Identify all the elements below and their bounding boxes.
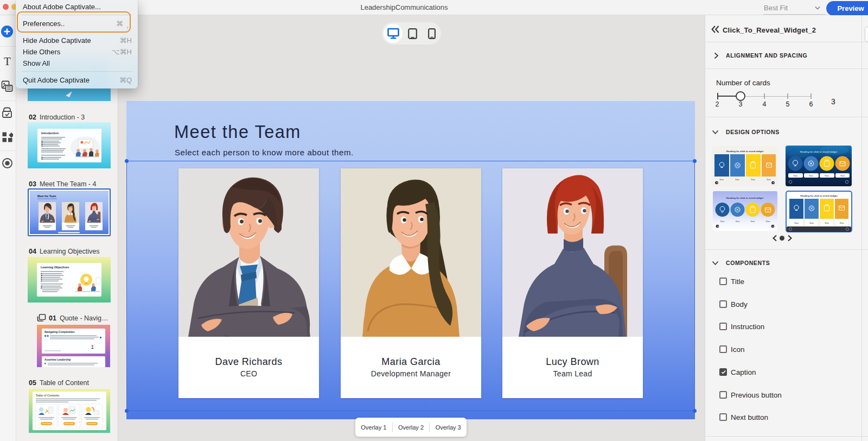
svg-text:Table of Contents: Table of Contents [36, 394, 60, 397]
svg-text:Show: Show [840, 222, 844, 224]
svg-text:Show: Show [825, 222, 829, 224]
svg-text:Show: Show [767, 179, 771, 181]
svg-text:Learn more: Learn more [42, 423, 51, 425]
svg-text:Show: Show [719, 179, 724, 181]
svg-text:Assertive Leadership: Assertive Leadership [44, 358, 71, 361]
svg-text:Learning Objectives: Learning Objectives [41, 266, 69, 269]
svg-text:Introduction: Introduction [41, 131, 59, 135]
svg-text:Learn more: Learn more [87, 423, 97, 425]
svg-text:Show: Show [736, 220, 740, 223]
svg-text:Show: Show [809, 222, 814, 224]
svg-text:Heading for click to reveal wi: Heading for click to reveal widget [726, 197, 764, 199]
svg-text:Heading for click to reveal wi: Heading for click to reveal widget [800, 194, 838, 197]
svg-text:Heading for click to reveal wi: Heading for click to reveal widget [726, 150, 764, 153]
svg-text:Show: Show [766, 220, 770, 223]
svg-text:Show: Show [809, 175, 813, 177]
svg-text:Show: Show [751, 179, 755, 181]
svg-text:Show: Show [840, 175, 845, 177]
svg-text:Show: Show [735, 179, 739, 181]
svg-text:Show: Show [720, 220, 725, 223]
svg-text:Show: Show [751, 220, 755, 223]
svg-text:Heading for click to reveal wi: Heading for click to reveal widget [800, 150, 838, 153]
svg-text:Show: Show [794, 222, 799, 224]
svg-text:Navigating Complexities: Navigating Complexities [44, 331, 75, 333]
svg-text:Show: Show [793, 175, 797, 177]
svg-text:Show: Show [825, 175, 829, 177]
svg-text:Learn more: Learn more [65, 423, 74, 425]
